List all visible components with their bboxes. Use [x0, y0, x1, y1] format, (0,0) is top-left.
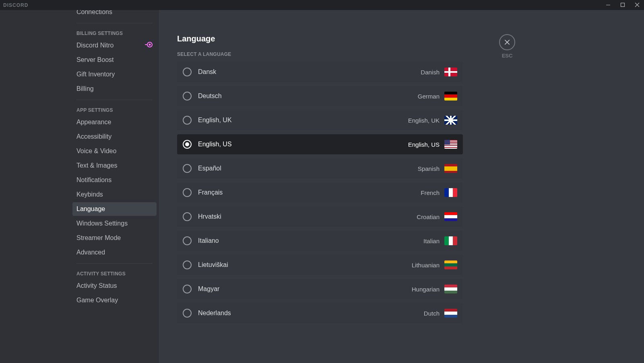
sidebar-item-streamer-mode[interactable]: Streamer Mode — [72, 231, 157, 245]
radio-icon — [183, 285, 192, 293]
radio-icon — [183, 309, 192, 318]
sidebar-item-server-boost[interactable]: Server Boost — [72, 53, 157, 67]
sidebar-divider — [76, 100, 153, 100]
language-name: Dansk — [198, 68, 421, 76]
flag-icon-de — [444, 92, 457, 100]
language-name: Français — [198, 189, 421, 196]
sidebar-item-label: Game Overlay — [76, 297, 118, 304]
sidebar-item-text-images[interactable]: Text & Images — [72, 159, 157, 172]
sidebar-item-billing[interactable]: Billing — [72, 82, 157, 96]
sidebar-item-label: Activity Status — [76, 282, 117, 289]
language-native: Hungarian — [412, 286, 440, 293]
sidebar-section-header: APP SETTINGS — [72, 105, 157, 115]
language-native: Lithuanian — [412, 262, 440, 269]
language-native: English, US — [408, 141, 440, 148]
language-option-hr[interactable]: HrvatskiCroatian — [177, 207, 463, 227]
language-native: Danish — [421, 69, 440, 76]
sidebar-item-keybinds[interactable]: Keybinds — [72, 188, 157, 201]
sidebar-item-accessibility[interactable]: Accessibility — [72, 130, 157, 144]
sidebar-item-label: Appearance — [76, 119, 111, 126]
sidebar-item-label: Accessibility — [76, 133, 111, 140]
flag-icon-hr — [444, 212, 457, 221]
language-native: English, UK — [408, 117, 440, 124]
language-name: Nederlands — [198, 310, 424, 317]
language-option-fr[interactable]: FrançaisFrench — [177, 183, 463, 203]
sidebar-item-label: Text & Images — [76, 162, 117, 169]
language-native: German — [418, 93, 440, 100]
maximize-button[interactable] — [619, 2, 626, 8]
language-option-us[interactable]: English, USEnglish, US — [177, 134, 463, 154]
language-option-de[interactable]: DeutschGerman — [177, 86, 463, 106]
language-option-it[interactable]: ItalianoItalian — [177, 231, 463, 251]
radio-icon — [183, 140, 192, 149]
language-name: Magyar — [198, 285, 412, 293]
sidebar-item-label: Language — [76, 205, 105, 213]
sidebar-item-label: Advanced — [76, 249, 105, 256]
flag-icon-it — [444, 236, 457, 245]
sidebar-item-label: Server Boost — [76, 56, 114, 64]
sidebar-item-label: Keybinds — [76, 191, 103, 198]
maximize-icon — [620, 2, 625, 7]
radio-icon — [183, 116, 192, 125]
sidebar-item-appearance[interactable]: Appearance — [72, 115, 157, 129]
language-native: Dutch — [424, 310, 440, 317]
language-name: Hrvatski — [198, 213, 417, 220]
minimize-button[interactable] — [605, 2, 612, 8]
section-label: SELECT A LANGUAGE — [177, 51, 463, 57]
radio-icon — [183, 260, 192, 269]
radio-icon — [183, 68, 192, 76]
flag-icon-hu — [444, 285, 457, 293]
flag-icon-fr — [444, 188, 457, 197]
language-option-lt[interactable]: LietuviškaiLithuanian — [177, 255, 463, 275]
language-option-uk[interactable]: English, UKEnglish, UK — [177, 110, 463, 130]
flag-icon-us — [444, 140, 457, 149]
sidebar-item-advanced[interactable]: Advanced — [72, 246, 157, 259]
language-name: Deutsch — [198, 92, 418, 100]
sidebar-item-label: Connections — [76, 10, 112, 16]
app-name: DISCORD — [3, 2, 28, 8]
language-native: French — [421, 189, 440, 196]
minimize-icon — [606, 2, 611, 7]
sidebar-item-connections[interactable]: Connections — [72, 10, 157, 19]
sidebar-item-activity-status[interactable]: Activity Status — [72, 279, 157, 293]
sidebar-section-header: BILLING SETTINGS — [72, 28, 157, 39]
sidebar-item-label: Streamer Mode — [76, 234, 121, 242]
language-option-es[interactable]: EspañolSpanish — [177, 158, 463, 178]
svg-rect-1 — [621, 3, 625, 6]
sidebar-item-discord-nitro[interactable]: Discord Nitro — [72, 39, 157, 52]
sidebar-item-label: Voice & Video — [76, 148, 116, 155]
language-name: Español — [198, 165, 418, 172]
close-icon — [635, 2, 640, 7]
sidebar-item-voice-video[interactable]: Voice & Video — [72, 144, 157, 158]
sidebar-item-language[interactable]: Language — [72, 202, 157, 216]
radio-icon — [183, 92, 192, 100]
window-controls — [605, 2, 641, 8]
sidebar-item-label: Notifications — [76, 176, 111, 184]
sidebar-scroll[interactable]: ConnectionsBILLING SETTINGSDiscord Nitro… — [0, 10, 159, 363]
radio-icon — [183, 188, 192, 197]
language-name: Lietuviškai — [198, 261, 412, 269]
sidebar-item-label: Discord Nitro — [76, 42, 114, 49]
close-window-button[interactable] — [634, 2, 641, 8]
language-option-dk[interactable]: DanskDanish — [177, 62, 463, 82]
radio-icon — [183, 164, 192, 173]
nitro-badge-icon — [144, 42, 153, 49]
sidebar-item-label: Gift Inventory — [76, 71, 115, 78]
titlebar: DISCORD — [0, 0, 644, 10]
language-option-nl[interactable]: NederlandsDutch — [177, 303, 463, 323]
sidebar-item-notifications[interactable]: Notifications — [72, 173, 157, 187]
content: Language SELECT A LANGUAGE DanskDanishDe… — [159, 10, 479, 363]
sidebar-item-windows-settings[interactable]: Windows Settings — [72, 217, 157, 230]
language-native: Spanish — [418, 165, 440, 172]
language-name: English, UK — [198, 117, 408, 124]
language-name: Italiano — [198, 237, 423, 244]
close-icon — [504, 39, 511, 46]
flag-icon-lt — [444, 260, 457, 269]
close-settings-button[interactable] — [499, 34, 515, 50]
language-native: Italian — [423, 238, 440, 244]
close-area: ESC — [499, 34, 515, 59]
content-scroll[interactable]: Language SELECT A LANGUAGE DanskDanishDe… — [159, 10, 644, 363]
language-option-hu[interactable]: MagyarHungarian — [177, 279, 463, 299]
sidebar-item-gift-inventory[interactable]: Gift Inventory — [72, 68, 157, 81]
sidebar-item-game-overlay[interactable]: Game Overlay — [72, 293, 157, 307]
